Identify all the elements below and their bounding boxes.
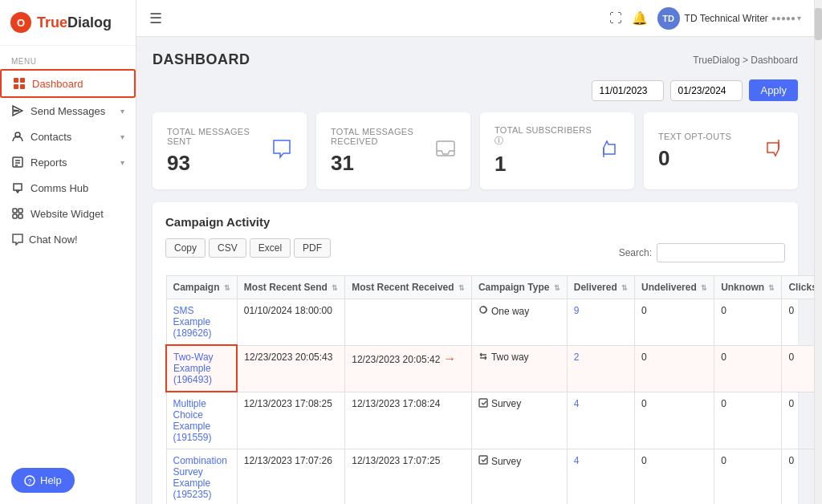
cell-recent-send: 01/10/2024 18:00:00 (237, 299, 344, 346)
user-menu[interactable]: TD TD Technical Writer ●●●●● ▾ (657, 7, 801, 30)
campaign-link[interactable]: Two-Way Example (196493) (173, 352, 214, 385)
username-dots: ●●●●● (771, 14, 796, 22)
svg-text:?: ? (27, 478, 31, 486)
stat-label-messages-sent: TOTAL MESSAGES SENT (167, 127, 271, 146)
pdf-button[interactable]: PDF (294, 238, 331, 258)
cell-delivered: 2 (567, 345, 634, 392)
contacts-icon (11, 130, 24, 143)
start-date-input[interactable] (592, 80, 664, 101)
campaign-activity-title: Campaign Activity (165, 215, 785, 229)
breadcrumb-sep: > (743, 55, 751, 66)
col-header-unknown[interactable]: Unknown ⇅ (714, 276, 782, 299)
svg-rect-12 (18, 209, 22, 213)
send-icon (11, 104, 24, 117)
cell-recent-send: 12/13/2023 17:07:26 (237, 449, 344, 505)
widget-icon (11, 207, 24, 220)
cell-campaign-type: Survey (471, 449, 567, 505)
sidebar-item-contacts-label: Contacts (31, 131, 71, 143)
username: TD Technical Writer (685, 13, 768, 24)
breadcrumb: TrueDialog > Dashboard (693, 55, 798, 66)
reports-icon (11, 156, 24, 169)
breadcrumb-current: Dashboard (751, 55, 798, 66)
sidebar-item-send-messages[interactable]: Send Messages ▾ (0, 98, 136, 124)
col-header-clicks[interactable]: Clicks ⇅ (782, 276, 814, 299)
campaign-link[interactable]: Combination Survey Example (195235) (173, 455, 227, 500)
search-label: Search: (619, 247, 652, 258)
delivered-link[interactable]: 4 (574, 398, 580, 409)
search-area: Search: (619, 243, 785, 262)
end-date-input[interactable] (670, 80, 743, 101)
bell-icon[interactable]: 🔔 (632, 10, 648, 26)
date-filter-row: Apply (153, 79, 798, 101)
sidebar-item-dashboard-label: Dashboard (32, 78, 83, 90)
fullscreen-icon[interactable]: ⛶ (609, 11, 622, 26)
cell-undelivered: 0 (635, 345, 714, 392)
csv-button[interactable]: CSV (209, 238, 246, 258)
copy-button[interactable]: Copy (165, 238, 206, 258)
sidebar-item-reports[interactable]: Reports ▾ (0, 149, 136, 175)
col-header-recent-send[interactable]: Most Recent Send ⇅ (237, 276, 344, 299)
type-label: One way (491, 306, 529, 317)
cell-recent-received: 12/13/2023 17:08:24 (345, 392, 472, 449)
stat-info-subscribers: TOTAL SUBSCRIBERS ⓘ 1 (494, 125, 599, 177)
scrollbar-thumb[interactable] (815, 8, 822, 40)
table-row: Multiple Choice Example (191559) 12/13/2… (166, 392, 814, 449)
delivered-link[interactable]: 9 (574, 305, 580, 316)
cell-undelivered: 0 (635, 299, 714, 346)
cell-recent-received: 12/13/2023 17:07:25 (345, 449, 472, 505)
stat-label-subscribers: TOTAL SUBSCRIBERS ⓘ (494, 125, 599, 147)
col-header-undelivered[interactable]: Undelivered ⇅ (635, 276, 714, 299)
chat-now: Chat Now! (0, 226, 136, 252)
thumbdown-icon (763, 138, 783, 164)
cell-clicks: 0 (782, 392, 814, 449)
stats-row: TOTAL MESSAGES SENT 93 TOTAL MESSAGES RE… (153, 112, 798, 189)
apply-button[interactable]: Apply (749, 79, 798, 101)
cell-delivered: 9 (567, 299, 634, 346)
svg-rect-3 (20, 78, 25, 83)
svg-rect-5 (20, 84, 25, 89)
sidebar-item-send-messages-label: Send Messages (31, 105, 105, 117)
hamburger-button[interactable]: ☰ (149, 10, 162, 27)
cell-unknown: 0 (714, 299, 782, 346)
page-header: DASHBOARD TrueDialog > Dashboard (153, 51, 798, 68)
stat-info-messages-received: TOTAL MESSAGES RECEIVED 31 (331, 127, 435, 176)
col-header-delivered[interactable]: Delivered ⇅ (567, 276, 634, 299)
campaign-link[interactable]: Multiple Choice Example (191559) (173, 398, 212, 443)
search-input[interactable] (657, 243, 785, 262)
inbox-icon (435, 138, 456, 164)
svg-rect-21 (479, 399, 487, 407)
stat-value-messages-sent: 93 (167, 151, 271, 176)
excel-button[interactable]: Excel (250, 238, 291, 258)
col-header-recent-received[interactable]: Most Recent Received ⇅ (345, 276, 472, 299)
campaign-link[interactable]: SMS Example (189626) (173, 305, 212, 339)
stat-info-messages-sent: TOTAL MESSAGES SENT 93 (167, 127, 271, 176)
delivered-link[interactable]: 4 (574, 455, 580, 466)
delivered-link[interactable]: 2 (574, 352, 580, 363)
help-button[interactable]: ? Help (11, 468, 75, 493)
cell-undelivered: 0 (635, 449, 714, 505)
svg-rect-2 (14, 78, 18, 83)
sidebar-item-dashboard[interactable]: Dashboard (0, 69, 136, 98)
sidebar-item-website-widget[interactable]: Website Widget (0, 201, 136, 226)
cell-campaign-type: Two way (471, 345, 567, 392)
sidebar-item-comms-hub[interactable]: Comms Hub (0, 175, 136, 201)
stat-card-opt-outs: TEXT OPT-OUTS 0 (644, 112, 798, 189)
chevron-icon: ▾ (120, 132, 124, 141)
campaign-section: Campaign Activity Copy CSV Excel PDF Sea… (153, 202, 798, 504)
cell-undelivered: 0 (635, 392, 714, 449)
col-header-campaign[interactable]: Campaign ⇅ (166, 276, 237, 299)
cell-campaign: Combination Survey Example (195235) (166, 449, 237, 505)
table-header-row: Campaign ⇅ Most Recent Send ⇅ Most Recen… (166, 276, 814, 299)
cell-clicks: 0 (782, 299, 814, 346)
cell-unknown: 0 (714, 392, 782, 449)
row-arrow-icon: → (443, 352, 456, 366)
sidebar-item-contacts[interactable]: Contacts ▾ (0, 124, 136, 149)
svg-rect-4 (14, 84, 18, 89)
stat-info-opt-outs: TEXT OPT-OUTS 0 (658, 132, 731, 171)
col-header-campaign-type[interactable]: Campaign Type ⇅ (471, 276, 567, 299)
type-label: Two way (491, 352, 529, 363)
cell-unknown: 0 (714, 449, 782, 505)
scrollbar[interactable] (814, 0, 822, 504)
stat-value-messages-received: 31 (331, 151, 435, 176)
cell-recent-send: 12/13/2023 17:08:25 (237, 392, 344, 449)
